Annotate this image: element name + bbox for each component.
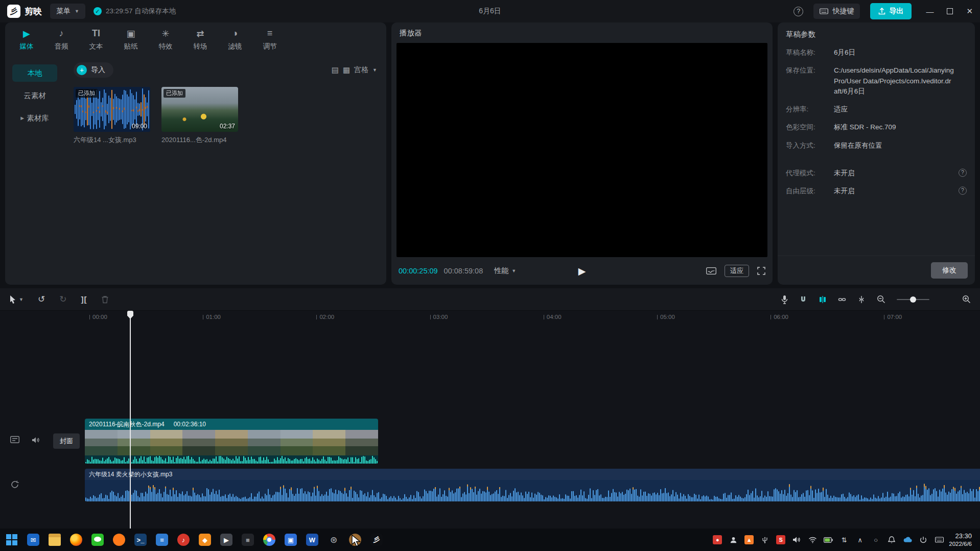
tab-effect[interactable]: ✳特效 (148, 28, 183, 51)
draft-params-panel: 草稿参数 草稿名称:6月6日保存位置:C:/users/delsin/AppDa… (778, 22, 975, 285)
media-library-panel: ▶媒体♪音频TI文本▣贴纸✳特效⇄转场◑滤镜≡调节 本地云素材▶素材库 + 导入… (5, 22, 386, 285)
grid-view-icon[interactable]: ▦ (343, 65, 350, 75)
firefox-icon[interactable] (67, 531, 85, 548)
file-explorer-icon[interactable] (46, 531, 63, 548)
audio-clip[interactable]: 六年级14 卖火柴的小女孩.mp3 (85, 469, 980, 501)
list-view-icon[interactable]: ▤ (332, 65, 339, 75)
added-badge: 已添加 (164, 89, 185, 98)
time-ruler[interactable]: 00:0001:0002:0003:0004:0005:0006:0007:00 (0, 311, 980, 324)
capcut-icon[interactable]: 彡 (368, 531, 385, 548)
view-mode-dropdown[interactable]: 宫格 (354, 65, 368, 75)
import-button[interactable]: + 导入 (74, 62, 113, 78)
video-preview[interactable] (396, 43, 767, 257)
power-icon[interactable] (919, 535, 928, 545)
sidebar-item-local[interactable]: 本地 (12, 64, 57, 82)
word-icon[interactable]: W (304, 531, 321, 548)
export-button[interactable]: 导出 (870, 3, 912, 19)
qq-pet-icon[interactable]: ω (346, 531, 364, 548)
help-icon[interactable]: ? (794, 7, 803, 16)
security-icon[interactable]: ▲ (744, 535, 754, 545)
notes-app-icon[interactable]: ≡ (153, 531, 171, 548)
redo-button[interactable]: ↻ (59, 294, 66, 305)
wechat-icon[interactable] (89, 531, 106, 548)
tab-media[interactable]: ▶媒体 (9, 28, 44, 51)
split-button[interactable]: ][ (81, 295, 87, 304)
tab-transition[interactable]: ⇄转场 (183, 28, 218, 51)
tab-text[interactable]: TI文本 (79, 28, 113, 51)
playhead[interactable] (130, 311, 131, 529)
ruler-label: 03:00 (433, 314, 448, 320)
fullscreen-icon[interactable] (757, 267, 765, 275)
network-icon[interactable] (808, 535, 817, 545)
tracks-area: 封面 20201116-皖南秋色-2d.mp4 00:02:36:10 六年级1… (0, 324, 980, 529)
media-player-icon[interactable]: ▶ (218, 531, 235, 548)
mail-app-icon[interactable]: ✉ (25, 531, 42, 548)
select-tool-button[interactable]: ▼ (9, 295, 24, 304)
cover-button[interactable]: 封面 (53, 433, 80, 449)
orange-app-icon[interactable] (110, 531, 128, 548)
settings-icon[interactable]: ⊛ (325, 531, 342, 548)
help-icon[interactable]: ? (959, 169, 967, 177)
effect-icon: ✳ (161, 28, 169, 39)
screen-record-icon[interactable]: ● (713, 535, 722, 545)
maximize-button[interactable] (947, 8, 953, 14)
auto-snap-toggle[interactable] (819, 295, 827, 304)
tab-sticker[interactable]: ▣贴纸 (113, 28, 148, 51)
preview-axis-toggle[interactable] (857, 295, 866, 304)
battery-icon[interactable] (824, 535, 833, 545)
modify-button[interactable]: 修改 (931, 262, 968, 279)
undo-button[interactable]: ↺ (38, 294, 45, 305)
blue-window-app-icon[interactable]: ▣ (282, 531, 299, 548)
orange-tool-icon[interactable]: ◆ (196, 531, 214, 548)
touch-keyboard-icon[interactable] (935, 535, 944, 545)
volume-icon[interactable] (792, 535, 801, 545)
sidebar-item-cloud[interactable]: 云素材 (12, 87, 57, 104)
audio-cycle-icon[interactable] (10, 480, 19, 489)
mute-track-icon[interactable] (32, 437, 40, 444)
tray-app-icon[interactable]: ○ (871, 535, 880, 545)
tray-expand-icon[interactable]: ∧ (855, 535, 865, 545)
close-button[interactable]: ✕ (966, 7, 973, 16)
media-item-video[interactable]: 已添加02:3720201116...色-2d.mp4 (161, 87, 238, 145)
start-icon[interactable] (3, 531, 20, 548)
fit-dropdown[interactable]: 适应 (725, 265, 749, 277)
dark-app-icon[interactable]: ■ (239, 531, 256, 548)
chrome-icon[interactable] (261, 531, 278, 548)
notifications-icon[interactable] (887, 535, 896, 545)
record-voice-button[interactable] (781, 295, 788, 304)
quality-dropdown[interactable]: 性能 ▼ (494, 266, 516, 276)
media-item-audio[interactable]: 已添加09:00六年级14 ...女孩.mp3 (74, 87, 150, 145)
main-track-magnet-toggle[interactable] (799, 295, 807, 304)
taskbar-clock[interactable]: 23:30 2022/6/6 (949, 532, 972, 548)
clip-frame (281, 430, 313, 455)
video-clip-name: 20201116-皖南秋色-2d.mp4 (89, 420, 165, 429)
zoom-slider[interactable] (897, 299, 929, 300)
menu-button[interactable]: 菜单 ▼ (50, 4, 85, 19)
tab-filter[interactable]: ◑滤镜 (218, 28, 252, 51)
music-app-icon[interactable]: ♪ (175, 531, 192, 548)
preview-quality-icon[interactable] (706, 267, 716, 274)
help-icon[interactable]: ? (959, 187, 967, 195)
field-value: 未开启 (834, 186, 967, 196)
video-clip[interactable]: 20201116-皖南秋色-2d.mp4 00:02:36:10 (85, 419, 378, 464)
play-button[interactable]: ▶ (578, 265, 586, 277)
toggle-track-icon[interactable] (10, 436, 19, 443)
ruler-label: 06:00 (774, 314, 788, 320)
tab-adjust[interactable]: ≡调节 (252, 28, 287, 51)
sogou-input-icon[interactable]: S (776, 535, 785, 545)
shortcuts-button[interactable]: 快捷键 (813, 4, 860, 19)
zoom-slider-knob[interactable] (910, 296, 916, 303)
minimize-button[interactable]: — (926, 7, 934, 16)
cloud-drive-icon[interactable] (903, 535, 912, 545)
delete-button[interactable] (101, 295, 109, 304)
zoom-out-button[interactable] (877, 295, 885, 304)
user-icon[interactable] (729, 535, 738, 545)
chevron-down-icon: ▼ (511, 268, 516, 273)
linkage-toggle[interactable] (838, 295, 846, 304)
terminal-icon[interactable]: >_ (132, 531, 149, 548)
sidebar-item-library[interactable]: ▶素材库 (12, 109, 57, 127)
zoom-in-button[interactable] (962, 295, 971, 304)
tab-audio[interactable]: ♪音频 (44, 28, 79, 51)
sync-arrows-icon[interactable]: ⇅ (839, 535, 849, 545)
usb-icon[interactable] (760, 535, 769, 545)
